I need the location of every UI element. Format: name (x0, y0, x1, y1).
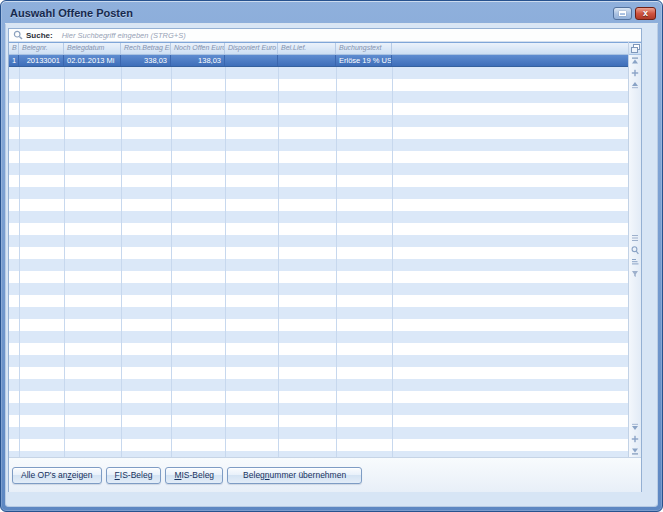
filter-button[interactable] (630, 268, 641, 280)
row-filler-cell (392, 55, 628, 66)
column-chooser-button[interactable] (629, 42, 641, 55)
window-controls: x (613, 7, 656, 20)
button-label: eigen (72, 470, 93, 480)
column-separator (19, 67, 20, 457)
button-label: Beleg (243, 470, 265, 480)
search-icon (13, 30, 23, 40)
button-label: ummer übernehmen (270, 470, 347, 480)
sort-icon (631, 258, 639, 266)
column-separator (278, 67, 279, 457)
scroll-top-icon (631, 57, 639, 65)
fis-beleg-button[interactable]: FIS-Beleg (106, 467, 162, 484)
column-header-buchungstext[interactable]: Buchungstext (336, 43, 392, 54)
belegdatum-cell: 02.01.2013 Mi (64, 55, 121, 66)
pan-icon (631, 69, 639, 77)
button-label: IS-Beleg (181, 470, 214, 480)
disponiert-cell (225, 55, 278, 66)
column-header-b[interactable]: B (9, 43, 19, 54)
pan-icon (631, 435, 639, 443)
grid-scroll-strip[interactable] (628, 42, 641, 457)
titlebar[interactable]: Auswahl Offene Posten x (1, 1, 662, 22)
column-separator (121, 67, 122, 457)
button-accel: M (174, 470, 181, 480)
scroll-bottom-icon (631, 447, 639, 455)
open-items-grid[interactable]: B Belegnr. Belegdatum Rech.Betrag Euro N… (9, 42, 628, 457)
dialog-window: Auswahl Offene Posten x Suche: Hier Such… (0, 0, 663, 512)
pan-down-button[interactable] (630, 433, 641, 445)
column-header-disponiert[interactable]: Disponiert Euro (225, 43, 278, 54)
column-header-rech-betrag[interactable]: Rech.Betrag Euro (121, 43, 171, 54)
row-number-cell: 1 (9, 55, 19, 66)
column-header-noch-offen[interactable]: Noch Offen Euro (171, 43, 225, 54)
rech-betrag-cell: 338,03 (121, 55, 171, 66)
show-all-open-items-button[interactable]: Alle OP's anzeigen (12, 467, 102, 484)
buchungstext-cell: Erlöse 19 % USt (336, 55, 392, 66)
dialog-body: Suche: Hier Suchbegriff eingeben (STRG+S… (5, 23, 658, 507)
restore-window-icon (619, 11, 626, 16)
bel-lief-cell (278, 55, 336, 66)
search-label: Suche: (26, 31, 53, 40)
button-label: IS-Beleg (120, 470, 153, 480)
window-title: Auswahl Offene Posten (10, 7, 613, 19)
search-row[interactable]: Suche: Hier Suchbegriff eingeben (STRG+S… (9, 29, 641, 42)
magnifier-icon (631, 246, 639, 255)
scroll-top-button[interactable] (630, 55, 641, 67)
column-separator (392, 67, 393, 457)
column-separator (225, 67, 226, 457)
belegnr-cell: 20133001 (19, 55, 64, 66)
column-separator (336, 67, 337, 457)
button-label: Alle OP's an (21, 470, 68, 480)
column-header-filler (392, 43, 628, 54)
grid-header-row: B Belegnr. Belegdatum Rech.Betrag Euro N… (9, 42, 628, 55)
empty-rows-area[interactable] (9, 67, 628, 457)
scroll-bottom-button[interactable] (630, 445, 641, 457)
scroll-up-button[interactable] (630, 79, 641, 91)
noch-offen-cell: 138,03 (171, 55, 225, 66)
restore-window-button[interactable] (613, 7, 632, 20)
scroll-down-button[interactable] (630, 421, 641, 433)
open-items-panel: Suche: Hier Suchbegriff eingeben (STRG+S… (8, 28, 642, 492)
mis-beleg-button[interactable]: MIS-Beleg (165, 467, 223, 484)
column-header-belegdatum[interactable]: Belegdatum (64, 43, 121, 54)
filter-icon (631, 270, 639, 278)
magnifier-button[interactable] (630, 244, 641, 256)
take-document-number-button[interactable]: Belegnummer übernehmen (227, 467, 362, 484)
pan-up-button[interactable] (630, 67, 641, 79)
close-button[interactable]: x (635, 7, 656, 20)
grip-button[interactable] (630, 232, 641, 244)
column-separator (64, 67, 65, 457)
grid-zone: B Belegnr. Belegdatum Rech.Betrag Euro N… (9, 42, 641, 457)
grip-icon (631, 234, 639, 242)
column-header-belegnr[interactable]: Belegnr. (19, 43, 64, 54)
scroll-down-icon (631, 423, 639, 431)
column-chooser-icon (631, 44, 640, 53)
footer-button-bar: Alle OP's anzeigen FIS-Beleg MIS-Beleg B… (9, 457, 641, 492)
column-separator (171, 67, 172, 457)
column-header-bel-lief[interactable]: Bel.Lief. (278, 43, 336, 54)
search-input-hint[interactable]: Hier Suchbegriff eingeben (STRG+S) (62, 31, 186, 40)
sort-button[interactable] (630, 256, 641, 268)
scroll-up-icon (631, 81, 639, 89)
table-row-selected[interactable]: 1 20133001 02.01.2013 Mi 338,03 138,03 E… (9, 55, 628, 67)
